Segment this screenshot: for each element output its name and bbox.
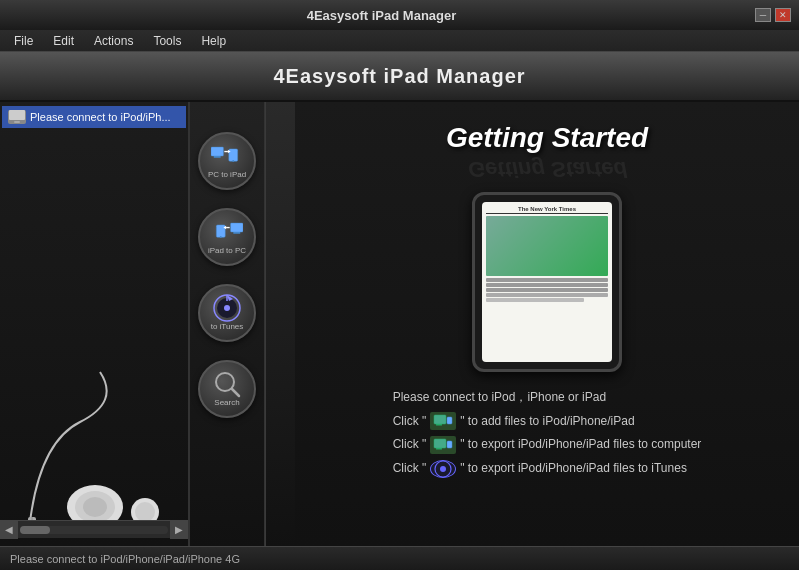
svg-rect-16 [233,232,240,234]
pc-to-ipad-label: PC to iPad [208,170,246,179]
sidebar-scrollbar: ◀ ▶ [0,520,188,538]
newspaper-text-1 [486,278,608,282]
svg-rect-10 [214,156,221,158]
svg-rect-27 [434,415,446,424]
getting-started-title: Getting Started [446,122,648,154]
device-item[interactable]: Please connect to iPod/iPh... [2,106,186,128]
instruction-export-itunes: Click " " to export iPod/iPhone/iPad fil… [393,458,702,480]
export-itunes-prefix: Click " [393,458,427,480]
menu-edit[interactable]: Edit [43,32,84,50]
svg-rect-28 [436,424,442,426]
svg-rect-17 [216,224,225,236]
menu-bar: File Edit Actions Tools Help [0,30,799,52]
svg-point-4 [83,497,107,517]
ipad-frame: The New York Times [472,192,622,372]
menu-actions[interactable]: Actions [84,32,143,50]
svg-point-6 [135,502,155,522]
scroll-track [20,526,168,534]
search-nav-icon [211,372,243,396]
svg-rect-11 [229,148,238,160]
svg-rect-0 [9,110,25,120]
to-itunes-icon [211,296,243,320]
svg-rect-1 [14,121,20,123]
status-bar: Please connect to iPod/iPhone/iPad/iPhon… [0,546,799,570]
main-layout: Please connect to iPod/iPh... ◀ [0,102,799,546]
add-inline-icon [430,412,456,430]
to-itunes-button[interactable]: to iTunes [198,284,256,342]
device-icon [8,110,26,124]
window-controls: ─ ✕ [755,8,791,22]
scroll-left-arrow[interactable]: ◀ [0,521,18,539]
content-area: Getting Started Getting Started The New … [295,102,799,546]
svg-point-12 [232,160,234,162]
connector-panel [265,102,295,546]
export-itunes-inline-icon [430,460,456,478]
newspaper-text-2 [486,283,608,287]
instructions: Please connect to iPod，iPhone or iPad Cl… [393,387,702,481]
ipad-screen: The New York Times [482,202,612,362]
menu-tools[interactable]: Tools [143,32,191,50]
instruction-connect: Please connect to iPod，iPhone or iPad [393,387,702,409]
search-button[interactable]: Search [198,360,256,418]
device-label: Please connect to iPod/iPh... [30,111,171,123]
add-prefix: Click " [393,411,427,433]
menu-file[interactable]: File [4,32,43,50]
scroll-thumb[interactable] [20,526,50,534]
svg-rect-15 [231,223,243,232]
ipad-image-container: The New York Times [472,192,622,372]
newspaper-image [486,216,608,276]
export-pc-suffix: " to export iPod/iPhone/iPad files to co… [460,434,701,456]
ipad-to-pc-label: iPad to PC [208,246,246,255]
close-button[interactable]: ✕ [775,8,791,22]
svg-rect-30 [434,439,446,448]
app-header-title: 4Easysoft iPad Manager [273,65,525,88]
app-header: 4Easysoft iPad Manager [0,52,799,102]
newspaper-text-5 [486,298,584,302]
svg-point-34 [440,466,446,472]
pc-to-ipad-icon [211,144,243,168]
ipad-to-pc-button[interactable]: iPad to PC [198,208,256,266]
minimize-button[interactable]: ─ [755,8,771,22]
menu-help[interactable]: Help [191,32,236,50]
svg-point-18 [220,236,222,238]
add-suffix: " to add files to iPod/iPhone/iPad [460,411,634,433]
scroll-right-arrow[interactable]: ▶ [170,521,188,539]
newspaper-text-4 [486,293,608,297]
svg-rect-31 [436,448,442,450]
export-itunes-suffix: " to export iPod/iPhone/iPad files to iT… [460,458,687,480]
status-text: Please connect to iPod/iPhone/iPad/iPhon… [10,553,240,565]
app-title-bar-text: 4Easysoft iPad Manager [8,8,755,23]
ipad-to-pc-icon [211,220,243,244]
svg-rect-32 [447,441,452,448]
instruction-add: Click " " to add files to iPod/iPhone/iP… [393,411,702,433]
connector-curve [265,102,295,546]
search-nav-label: Search [214,398,239,407]
earphone-decoration [0,362,188,522]
pc-to-ipad-button[interactable]: PC to iPad [198,132,256,190]
svg-point-23 [224,305,230,311]
instruction-export-pc: Click " " to export iPod/iPhone/iPad fil… [393,434,702,456]
export-pc-inline-icon [430,436,456,454]
newspaper-text-3 [486,288,608,292]
title-bar: 4Easysoft iPad Manager ─ ✕ [0,0,799,30]
getting-started-reflection: Getting Started [468,156,627,182]
svg-rect-9 [211,147,223,156]
to-itunes-label: to iTunes [211,322,244,331]
svg-line-26 [232,389,239,396]
svg-rect-29 [447,417,452,424]
newspaper-header: The New York Times [486,206,608,214]
connect-text: Please connect to iPod，iPhone or iPad [393,387,606,409]
export-pc-prefix: Click " [393,434,427,456]
left-sidebar: Please connect to iPod/iPh... ◀ [0,102,190,546]
center-nav: PC to iPad iPad to PC [190,102,265,546]
